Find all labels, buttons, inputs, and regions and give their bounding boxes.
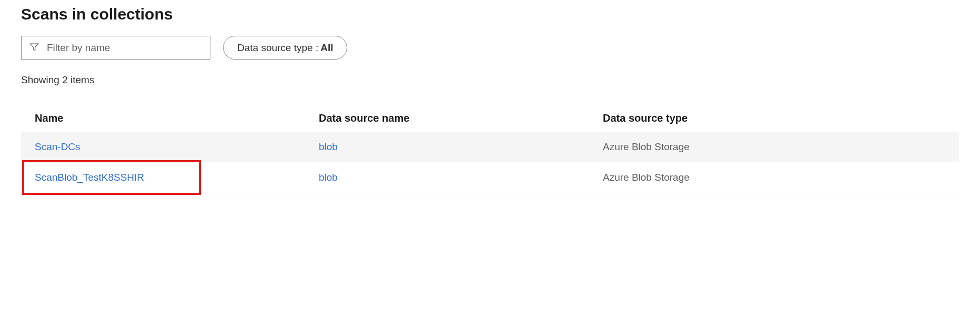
scan-name-link[interactable]: Scan-DCs xyxy=(35,141,80,152)
table-row: Scan-DCs blob Azure Blob Storage xyxy=(21,132,959,162)
col-header-type[interactable]: Data source type xyxy=(589,105,959,132)
data-source-type-value: Azure Blob Storage xyxy=(603,141,690,152)
filter-by-name-box[interactable] xyxy=(21,36,210,60)
data-source-type-filter[interactable]: Data source type : All xyxy=(223,36,347,60)
data-source-link[interactable]: blob xyxy=(319,141,338,152)
table-header-row: Name Data source name Data source type xyxy=(21,105,959,132)
status-text: Showing 2 items xyxy=(21,74,959,86)
page-title: Scans in collections xyxy=(21,5,959,23)
scans-table: Name Data source name Data source type S… xyxy=(21,105,959,193)
col-header-source[interactable]: Data source name xyxy=(305,105,589,132)
table-row: ScanBlob_TestK8SSHIR blob Azure Blob Sto… xyxy=(21,162,959,193)
scan-name-link[interactable]: ScanBlob_TestK8SSHIR xyxy=(35,172,144,183)
filter-input[interactable] xyxy=(47,42,203,54)
data-source-link[interactable]: blob xyxy=(319,172,338,183)
pill-value: All xyxy=(320,42,333,54)
data-source-type-value: Azure Blob Storage xyxy=(603,172,690,183)
controls-row: Data source type : All xyxy=(21,36,959,60)
pill-label: Data source type : xyxy=(237,42,318,54)
filter-icon xyxy=(29,42,39,54)
col-header-name[interactable]: Name xyxy=(21,105,305,132)
